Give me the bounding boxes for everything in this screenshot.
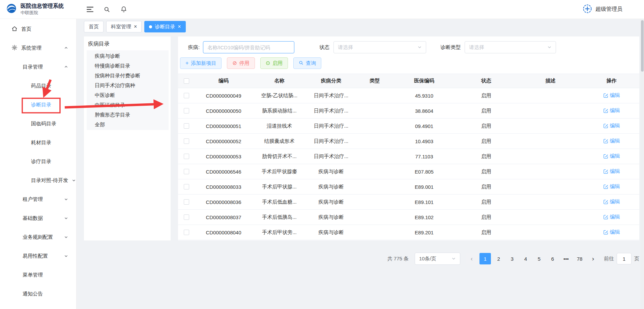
menu-collapse-icon[interactable] [87, 6, 93, 12]
page-button-3[interactable]: 3 [506, 253, 518, 264]
page-button-4[interactable]: 4 [520, 253, 531, 264]
catalog-item-tcm-syndrome[interactable]: 中医证候目录 [87, 100, 169, 110]
goto-suffix: 页 [634, 256, 639, 262]
brand: 医院信息管理系统 中联医院 [0, 3, 77, 16]
catalog-item-special-chronic[interactable]: 特慢病诊断目录 [87, 61, 169, 71]
sidebar-item-base-data[interactable]: 基础数据 [0, 209, 76, 228]
more-pages-icon[interactable]: ••• [560, 253, 572, 264]
close-icon[interactable]: × [178, 24, 181, 29]
diagnosis-type-select[interactable]: 请选择 [465, 41, 556, 53]
edit-button[interactable]: 编辑 [603, 138, 620, 144]
sidebar-item-label: 首页 [21, 26, 31, 32]
sidebar-item-national-code-catalog[interactable]: 国临码目录 [0, 114, 76, 133]
catalog-item-drg-payment[interactable]: 按病种目录付费诊断 [87, 71, 169, 80]
close-icon[interactable]: × [134, 24, 137, 29]
catalog-item-day-surgery[interactable]: 日间手术治疗病种 [87, 80, 169, 90]
page-button-last[interactable]: 78 [574, 253, 585, 264]
edit-button[interactable]: 编辑 [603, 214, 620, 220]
edit-button[interactable]: 编辑 [603, 153, 620, 159]
cell-code: CD0000000053 [195, 154, 253, 159]
disease-catalog-panel: 疾病目录 疾病与诊断 特慢病诊断目录 按病种目录付费诊断 日间手术治疗病种 中医… [84, 36, 171, 240]
edit-button[interactable]: 编辑 [603, 229, 620, 235]
edit-button[interactable]: 编辑 [603, 168, 620, 175]
sidebar-item-diagnosis-catalog[interactable]: 诊断目录 [0, 95, 76, 114]
sidebar-item-usability-config[interactable]: 易用性配置 [0, 247, 76, 265]
page-button-2[interactable]: 2 [493, 253, 504, 264]
bell-icon[interactable] [120, 6, 127, 13]
page-button-5[interactable]: 5 [533, 253, 545, 264]
app-logo-icon [5, 3, 18, 16]
query-button[interactable]: 查询 [293, 57, 321, 69]
sidebar-item-label: 易用性配置 [23, 253, 48, 259]
user-menu[interactable]: 超级管理员 [583, 4, 644, 15]
prev-page-button[interactable]: ‹ [466, 253, 477, 264]
disease-search-input[interactable] [203, 41, 294, 53]
catalog-item-disease-diagnosis[interactable]: 疾病与诊断 [87, 51, 169, 61]
row-checkbox[interactable] [184, 214, 189, 220]
edit-icon [603, 154, 608, 159]
edit-button[interactable]: 编辑 [603, 199, 620, 205]
page-button-1[interactable]: 1 [479, 253, 491, 264]
search-icon [299, 60, 303, 66]
cell-name: 肠系膜动脉结... [253, 108, 306, 114]
row-checkbox[interactable] [184, 154, 189, 159]
page-size-select[interactable]: 10条/页 [415, 253, 460, 265]
sidebar-item-notice[interactable]: 通知公告 [0, 284, 76, 303]
row-checkbox[interactable] [184, 184, 189, 189]
disable-icon: ⊘ [232, 60, 237, 66]
app-subtitle: 中联医院 [21, 10, 64, 16]
row-checkbox[interactable] [184, 93, 189, 98]
sidebar-item-home[interactable]: 首页 [0, 20, 76, 38]
edit-button[interactable]: 编辑 [603, 92, 620, 99]
sidebar-item-tenant-mgmt[interactable]: 租户管理 [0, 190, 76, 209]
row-checkbox[interactable] [184, 123, 189, 129]
edit-button[interactable]: 编辑 [603, 107, 620, 114]
row-checkbox[interactable] [184, 199, 189, 205]
row-checkbox[interactable] [184, 108, 189, 113]
total-count: 共 775 条 [387, 256, 409, 262]
tab-diagnosis-catalog[interactable]: 诊断目录 × [144, 21, 185, 32]
sidebar-item-system-mgmt[interactable]: 系统管理 [0, 38, 76, 57]
page-button-6[interactable]: 6 [547, 253, 558, 264]
cell-status: 启用 [455, 229, 517, 236]
edit-button[interactable]: 编辑 [603, 123, 620, 129]
sidebar-item-catalog-mgmt[interactable]: 目录管理 [0, 57, 76, 76]
cell-code: CD0000006546 [195, 169, 253, 175]
goto-page-input[interactable] [617, 253, 632, 264]
catalog-item-tumor-morphology[interactable]: 肿瘤形态学目录 [87, 110, 169, 120]
cell-name: 空肠-乙状结肠... [253, 93, 306, 99]
row-checkbox[interactable] [184, 169, 189, 174]
tab-dept-mgmt[interactable]: 科室管理 × [106, 21, 142, 32]
select-all-checkbox[interactable] [184, 78, 189, 84]
sidebar-item-label: 药品目录 [31, 83, 51, 89]
sidebar-item-catalog-mapping[interactable]: 目录对照-待开发 [0, 171, 76, 190]
status-select[interactable]: 请选择 [333, 41, 426, 53]
sidebar-item-business-rules[interactable]: 业务规则配置 [0, 228, 76, 247]
add-item-button[interactable]: + 添加新项目 [180, 57, 222, 69]
disease-label: 疾病: [188, 44, 200, 51]
catalog-item-tcm-diagnosis[interactable]: 中医诊断 [87, 90, 169, 100]
edit-button[interactable]: 编辑 [603, 183, 620, 190]
sidebar-item-consumables-catalog[interactable]: 耗材目录 [0, 133, 76, 152]
row-checkbox[interactable] [184, 138, 189, 144]
cell-status: 启用 [455, 184, 517, 190]
catalog-title: 疾病目录 [87, 39, 169, 50]
filter-row: 疾病: 状态 请选择 诊断类型 请选择 [178, 41, 639, 53]
sidebar-item-drug-catalog[interactable]: 药品目录 [0, 76, 76, 95]
disable-button[interactable]: ⊘ 停用 [227, 57, 255, 69]
sidebar-item-menu-mgmt[interactable]: 菜单管理 [0, 265, 76, 284]
search-icon[interactable] [104, 6, 110, 13]
tab-home[interactable]: 首页 [84, 21, 104, 32]
cell-category: 疾病与诊断 [306, 184, 356, 190]
table-row: CD0000008036 手术后低血糖... 疾病与诊断 E89.101 启用 … [178, 195, 639, 210]
scrollbar[interactable] [641, 20, 644, 72]
user-name: 超级管理员 [595, 6, 622, 13]
catalog-item-all[interactable]: 全部 [87, 120, 169, 129]
next-page-button[interactable]: › [587, 253, 599, 264]
sidebar-item-treatment-catalog[interactable]: 诊疗目录 [0, 152, 76, 171]
plus-icon: + [185, 60, 188, 66]
row-checkbox[interactable] [184, 230, 189, 235]
enable-button[interactable]: ⊙ 启用 [260, 57, 288, 69]
chevron-up-icon [64, 65, 68, 69]
gear-icon [11, 45, 18, 52]
